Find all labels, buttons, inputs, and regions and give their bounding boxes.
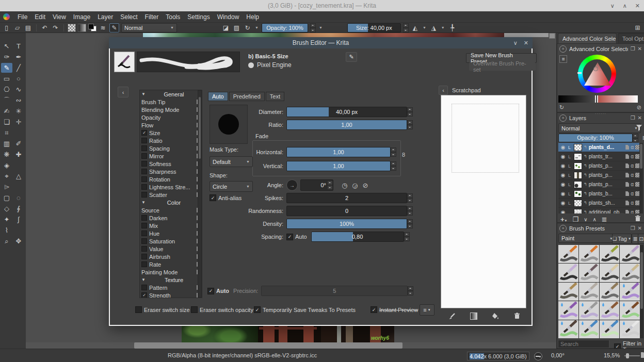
save-tweaks-checkbox[interactable]: Temporarily Save Tweaks To Presets	[254, 306, 356, 313]
chevron-down-icon[interactable]: ▼	[440, 26, 446, 29]
crop-tool-icon[interactable]: ⌗	[1, 128, 12, 138]
docker-menu-icon[interactable]: ≡	[559, 45, 567, 53]
brush-preset-thumbnail[interactable]	[600, 245, 620, 263]
elliptical-select-tool-icon[interactable]: ◌	[13, 193, 24, 203]
move-tool-icon[interactable]: ✛	[13, 117, 24, 127]
brush-preset-thumbnail[interactable]	[558, 320, 578, 338]
layer-alpha-icon[interactable]: α	[631, 144, 634, 150]
layer-alpha-icon[interactable]: α	[631, 209, 634, 213]
minimize-icon[interactable]: ∨	[610, 3, 615, 9]
chevron-down-icon[interactable]: ▼	[254, 26, 260, 29]
freehand-path-tool-icon[interactable]: ∾	[13, 95, 24, 105]
layer-alpha-icon[interactable]: α	[631, 200, 634, 206]
layer-blending-mode-select[interactable]: Normal▼	[558, 123, 641, 133]
brush-preset-thumbnail[interactable]	[579, 301, 599, 319]
layer-thumbnail[interactable]	[574, 209, 582, 214]
layer-lock-icon[interactable]	[625, 191, 629, 196]
layer-alpha-icon[interactable]: α	[631, 163, 634, 169]
mirror-vertical-icon[interactable]: ◮	[429, 24, 438, 32]
option-checkbox[interactable]	[141, 138, 147, 143]
menu-settings[interactable]: Settings	[184, 12, 213, 22]
option-checkbox[interactable]	[141, 130, 147, 136]
brush-option-value[interactable]: Value	[140, 245, 202, 253]
gradient-tool-icon[interactable]: ▥	[1, 139, 12, 149]
layer-visibility-icon[interactable]: ◉	[559, 144, 567, 150]
scrollbar-thumb[interactable]	[640, 144, 642, 169]
storage-icon[interactable]: ⊡	[638, 234, 644, 244]
polygonal-select-tool-icon[interactable]: ◇	[1, 204, 12, 213]
layer-visibility-icon[interactable]: ◉	[559, 209, 567, 213]
spikes-slider[interactable]: 2	[286, 193, 407, 203]
multibrush-tool-icon[interactable]: ✳	[13, 106, 24, 116]
layer-lock-icon[interactable]	[625, 201, 629, 205]
option-checkbox[interactable]	[141, 184, 147, 190]
density-spinner[interactable]	[407, 219, 413, 228]
preset-search-input[interactable]	[558, 340, 609, 348]
selector-settings-icon[interactable]: ≣	[559, 55, 567, 63]
layer-visibility-icon[interactable]: ◉	[559, 200, 567, 206]
brush-preset-thumbnail[interactable]	[579, 320, 599, 338]
tab-predefined[interactable]: Predefined	[229, 92, 265, 101]
tab-tool-options[interactable]: Tool Opt...	[618, 33, 644, 43]
move-layer-down-button[interactable]: ∨	[584, 217, 587, 222]
options-section-general[interactable]: ▼General	[140, 90, 202, 98]
layer-opacity-slider[interactable]: Opacity: 100%	[558, 134, 633, 142]
menu-image[interactable]: Image	[70, 12, 94, 22]
fade-vertical-slider[interactable]: 1,00	[286, 161, 391, 171]
float-panel-icon[interactable]: ❐	[631, 225, 635, 231]
brush-option-brush-tip[interactable]: Brush Tip	[140, 98, 202, 106]
option-checkbox[interactable]	[141, 153, 147, 159]
diameter-slider[interactable]: 40,00 px	[286, 107, 407, 117]
angle-clock-icon[interactable]: ◷	[340, 180, 350, 190]
layer-row[interactable]: ◉L↰plants_tr...α	[558, 152, 641, 161]
menu-file[interactable]: File	[14, 12, 31, 22]
layers-scrollbar[interactable]	[639, 143, 643, 213]
layer-visibility-icon[interactable]: ◉	[559, 172, 567, 178]
preset-tag-filter-select[interactable]: Paint▼	[558, 234, 616, 243]
ratio-slider[interactable]: 1,00	[286, 120, 407, 130]
freehand-brush-tool-icon[interactable]: ✎	[1, 63, 12, 73]
layer-thumbnail[interactable]	[574, 144, 582, 151]
brush-option-strength[interactable]: Strength	[140, 291, 202, 298]
workspace-chooser-icon[interactable]: ⊞	[633, 24, 642, 32]
brush-preset-thumbnail[interactable]	[558, 283, 578, 301]
randomness-slider[interactable]: 0	[286, 206, 407, 216]
layer-opacity-spinner[interactable]	[633, 134, 638, 142]
diameter-spinner[interactable]	[407, 107, 413, 117]
angle-counterclock-icon[interactable]: ◶	[350, 180, 360, 190]
brush-preset-thumbnail[interactable]	[558, 245, 578, 263]
foreground-background-colors[interactable]	[88, 24, 96, 31]
layer-lock-icon[interactable]	[625, 163, 629, 168]
window-titlebar[interactable]: (3,0 GiB) - [cozy_tenement.kra] — Krita …	[0, 0, 644, 11]
precision-slider[interactable]: 5	[261, 286, 408, 296]
shade-icon[interactable]: ∨	[513, 40, 518, 46]
size-spinner[interactable]	[403, 23, 409, 32]
overwrite-preset-button[interactable]: Overwrite Brush Pre­set	[469, 62, 536, 71]
angle-dial[interactable]: →	[286, 179, 298, 191]
layer-visibility-icon[interactable]: ◉	[559, 163, 567, 169]
add-layer-button[interactable]: +▼	[560, 216, 568, 223]
layer-visibility-icon[interactable]: ◉	[559, 191, 567, 196]
brush-editor-toggle-icon[interactable]: ✎	[109, 23, 119, 32]
line-tool-icon[interactable]: ╱	[13, 63, 24, 73]
reference-images-tool-icon[interactable]: ⌲	[1, 182, 12, 192]
delete-layer-button[interactable]	[635, 215, 641, 223]
layer-row[interactable]: ◉L↰plants_p...α	[558, 180, 641, 189]
canvas-horizontal-scrollbar[interactable]	[26, 342, 556, 349]
brush-preset-chooser-icon[interactable]: ≋	[99, 24, 107, 32]
polyline-tool-icon[interactable]: ∿	[13, 85, 24, 94]
wrap-around-icon[interactable]: ╄	[448, 24, 457, 32]
presets-scrollbar[interactable]	[640, 245, 643, 338]
option-checkbox[interactable]	[141, 161, 147, 167]
precision-spinner[interactable]	[408, 286, 413, 295]
dynamic-brush-tool-icon[interactable]: ✍	[1, 106, 12, 116]
float-panel-icon[interactable]: ❐	[631, 46, 635, 52]
angle-input[interactable]: 0°	[300, 179, 333, 191]
spacing-spinner[interactable]	[404, 232, 410, 241]
eraser-switch-opacity-checkbox[interactable]: Eraser switch opacity	[191, 306, 253, 313]
layer-lock-icon[interactable]	[625, 210, 629, 213]
gradient-chooser-icon[interactable]	[78, 24, 86, 32]
new-document-icon[interactable]: ▯	[2, 24, 11, 32]
layer-alpha-icon[interactable]: α	[631, 182, 634, 187]
opacity-slider[interactable]: Opacity: 100%	[262, 23, 308, 32]
